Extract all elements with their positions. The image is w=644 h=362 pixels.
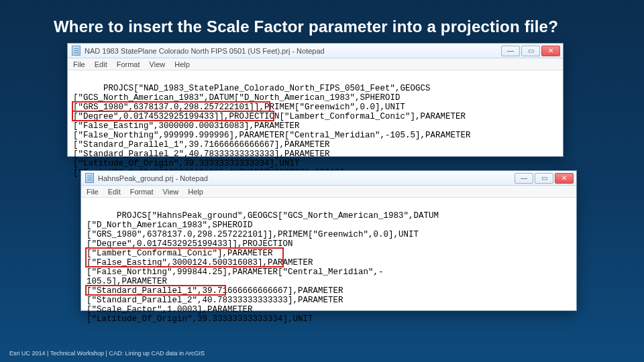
editor-content[interactable]: PROJCS["HahnsPeak_ground",GEOGCS["GCS_No… <box>81 198 576 357</box>
menu-help[interactable]: Help <box>174 60 190 68</box>
slide-footer: Esri UC 2014 | Technical Workshop | CAD:… <box>9 350 205 357</box>
maximize-button[interactable]: ▭ <box>521 46 540 56</box>
close-button[interactable]: ✕ <box>555 173 574 184</box>
menu-view[interactable]: View <box>150 60 166 68</box>
code-text: PROJCS["HahnsPeak_ground",GEOGCS["GCS_No… <box>87 211 439 324</box>
menu-edit[interactable]: Edit <box>108 188 121 196</box>
minimize-button[interactable]: — <box>515 173 533 184</box>
titlebar: HahnsPeak_ground.prj - Notepad — ▭ ✕ <box>81 171 576 186</box>
slide-title: Where to insert the Scale Factor paramet… <box>54 17 604 36</box>
notepad-window-1: NAD 1983 StatePlane Colorado North FIPS … <box>67 43 564 157</box>
menu-help[interactable]: Help <box>188 188 203 196</box>
minimize-button[interactable]: — <box>501 46 520 56</box>
menu-edit[interactable]: Edit <box>95 60 107 68</box>
notepad-icon <box>72 46 80 56</box>
notepad-icon <box>85 173 94 183</box>
menu-format[interactable]: Format <box>130 188 154 196</box>
code-text: PROJCS["NAD_1983_StatePlane_Colorado_Nor… <box>73 84 471 178</box>
menu-view[interactable]: View <box>163 188 179 196</box>
menu-file[interactable]: File <box>73 60 85 68</box>
menubar: File Edit Format View Help <box>81 186 576 198</box>
window-title: HahnsPeak_ground.prj - Notepad <box>98 174 208 182</box>
titlebar: NAD 1983 StatePlane Colorado North FIPS … <box>68 44 563 58</box>
notepad-window-2: HahnsPeak_ground.prj - Notepad — ▭ ✕ Fil… <box>80 170 577 311</box>
close-button[interactable]: ✕ <box>541 46 560 56</box>
menu-file[interactable]: File <box>87 188 99 196</box>
window-title: NAD 1983 StatePlane Colorado North FIPS … <box>85 47 325 55</box>
menu-format[interactable]: Format <box>117 60 140 68</box>
maximize-button[interactable]: ▭ <box>535 173 553 184</box>
menubar: File Edit Format View Help <box>68 58 563 70</box>
